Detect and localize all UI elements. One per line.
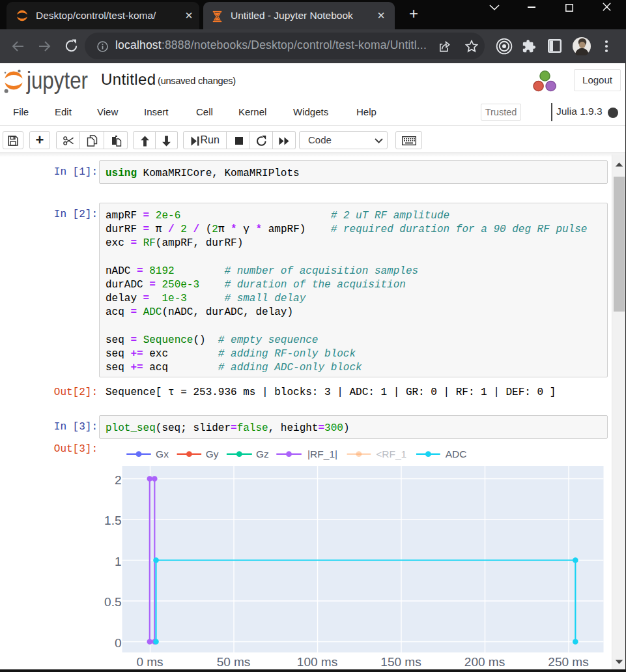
svg-text:1: 1 — [115, 555, 122, 568]
svg-text:Gy: Gy — [206, 448, 219, 460]
svg-text:0.5: 0.5 — [104, 595, 121, 609]
svg-text:|RF_1|: |RF_1| — [307, 448, 337, 460]
svg-text:2: 2 — [115, 473, 122, 487]
svg-text:0: 0 — [115, 636, 122, 650]
svg-text:250 ms: 250 ms — [548, 655, 588, 669]
svg-text:<RF_1: <RF_1 — [376, 448, 406, 460]
svg-text:100 ms: 100 ms — [297, 655, 337, 669]
svg-text:ADC: ADC — [446, 448, 467, 460]
svg-text:150 ms: 150 ms — [380, 655, 421, 669]
svg-text:50 ms: 50 ms — [217, 655, 251, 669]
svg-text:Gx: Gx — [156, 448, 169, 460]
svg-text:0 ms: 0 ms — [136, 655, 163, 669]
svg-text:200 ms: 200 ms — [464, 655, 505, 669]
svg-text:Gz: Gz — [256, 448, 269, 460]
svg-text:1.5: 1.5 — [104, 514, 121, 527]
svg-text:jupyter: jupyter — [26, 67, 88, 94]
